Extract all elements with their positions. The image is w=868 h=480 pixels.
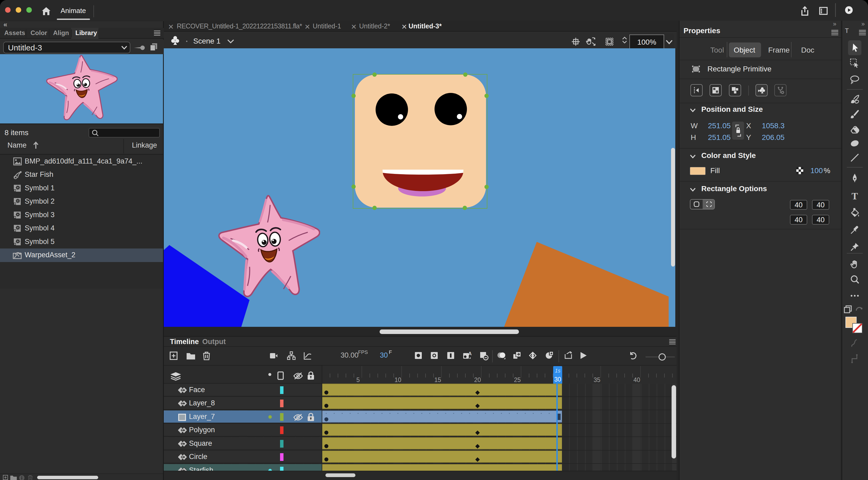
- svg-text:1s: 1s: [555, 368, 560, 373]
- svg-text:25: 25: [514, 377, 521, 383]
- svg-text:40: 40: [633, 377, 640, 383]
- svg-text:35: 35: [593, 377, 600, 383]
- svg-text:20: 20: [474, 377, 481, 383]
- svg-text:10: 10: [395, 377, 401, 383]
- svg-text:T: T: [851, 191, 858, 202]
- svg-text:15: 15: [434, 377, 441, 383]
- svg-text:A: A: [468, 351, 472, 356]
- svg-text:5: 5: [356, 377, 360, 383]
- svg-text:30: 30: [554, 376, 561, 383]
